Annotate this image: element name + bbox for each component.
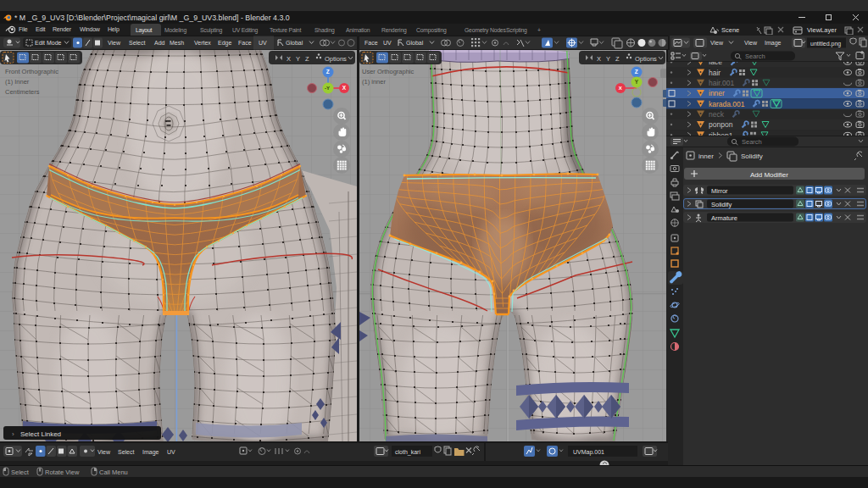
svg-text:Call Menu: Call Menu (99, 469, 128, 476)
svg-text:User Orthographic: User Orthographic (362, 68, 415, 75)
svg-text:Mirror: Mirror (711, 187, 728, 195)
svg-text:Options: Options (325, 55, 347, 63)
svg-text:Face: Face (238, 40, 252, 46)
svg-text:Y: Y (606, 55, 610, 63)
svg-text:hair: hair (709, 69, 721, 77)
svg-text:View: View (744, 40, 758, 46)
svg-text:neck: neck (709, 110, 725, 119)
svg-text:Z: Z (326, 69, 330, 75)
svg-text:(1) Inner: (1) Inner (5, 78, 30, 86)
svg-text:Edge: Edge (218, 40, 231, 47)
svg-text:Z: Z (305, 55, 309, 63)
svg-text:hair.001: hair.001 (709, 79, 735, 87)
svg-text:Edit Mode: Edit Mode (35, 40, 62, 46)
svg-text:View: View (710, 40, 724, 46)
svg-text:Options: Options (635, 55, 657, 63)
svg-text:Solidify: Solidify (741, 152, 763, 160)
svg-text:Select: Select (129, 40, 146, 46)
svg-text:Global: Global (286, 40, 303, 46)
svg-text:UV: UV (259, 40, 267, 46)
svg-text:Rotate View: Rotate View (45, 469, 80, 476)
svg-text:inner: inner (709, 89, 725, 97)
svg-text:cloth_kari: cloth_kari (395, 449, 420, 456)
svg-text:Y: Y (635, 79, 639, 85)
svg-text:›: › (12, 430, 14, 438)
svg-text:Vertex: Vertex (194, 40, 211, 46)
svg-text:ponpon: ponpon (709, 120, 733, 129)
svg-text:Add Modifier: Add Modifier (750, 171, 788, 179)
svg-text:X: X (619, 86, 622, 91)
svg-text:UVMap.001: UVMap.001 (573, 449, 604, 456)
svg-text:X: X (287, 55, 291, 63)
svg-text:Select: Select (11, 469, 30, 476)
svg-text:Face: Face (364, 40, 378, 46)
svg-text:X: X (342, 85, 347, 91)
svg-text:Mesh: Mesh (170, 40, 184, 46)
svg-text:Front Orthographic: Front Orthographic (5, 68, 58, 75)
svg-text:View: View (108, 40, 121, 46)
svg-text:Z: Z (635, 69, 638, 75)
svg-text:Y: Y (296, 55, 300, 63)
svg-text:Select: Select (118, 449, 135, 455)
svg-text:Image: Image (765, 40, 782, 47)
svg-text:Z: Z (615, 55, 620, 63)
svg-text:(1) inner: (1) inner (362, 78, 386, 86)
svg-text:Centimeters: Centimeters (5, 88, 40, 96)
svg-text:Search: Search (742, 138, 762, 146)
svg-text:Image: Image (142, 449, 159, 456)
svg-text:X: X (597, 55, 601, 63)
svg-text:Search: Search (745, 53, 765, 60)
svg-text:inner: inner (698, 152, 714, 160)
svg-text:Global: Global (406, 40, 424, 46)
svg-text:karada.001: karada.001 (709, 100, 745, 108)
svg-text:-Y: -Y (325, 86, 330, 91)
svg-text:Solidify: Solidify (711, 201, 732, 208)
svg-text:View: View (97, 449, 111, 455)
svg-text:Select Linked: Select Linked (20, 430, 61, 438)
svg-text:UV: UV (167, 449, 175, 455)
svg-text:Armature: Armature (711, 214, 737, 222)
svg-text:face: face (709, 62, 722, 66)
svg-text:untitled.png: untitled.png (810, 41, 841, 47)
svg-text:UV: UV (383, 40, 392, 46)
svg-text:Add: Add (154, 40, 165, 46)
